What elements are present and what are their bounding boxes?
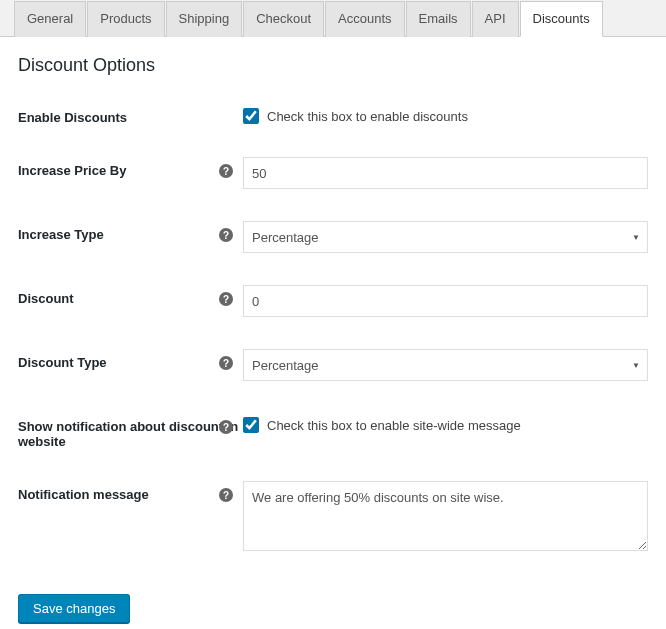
tab-accounts[interactable]: Accounts bbox=[325, 1, 404, 37]
tab-discounts[interactable]: Discounts bbox=[520, 1, 603, 37]
label-text: Enable Discounts bbox=[18, 110, 127, 125]
label-text: Show notification about discount in webs… bbox=[18, 419, 238, 449]
checkbox-label-enable-discounts: Check this box to enable discounts bbox=[267, 109, 468, 124]
label-text: Discount bbox=[18, 291, 74, 306]
row-show-notification: Show notification about discount in webs… bbox=[18, 413, 648, 449]
row-discount-type: Discount Type ? Percentage bbox=[18, 349, 648, 381]
label-text: Notification message bbox=[18, 487, 149, 502]
label-show-notification: Show notification about discount in webs… bbox=[18, 413, 243, 449]
label-increase-type: Increase Type ? bbox=[18, 221, 243, 242]
label-increase-price-by: Increase Price By ? bbox=[18, 157, 243, 178]
label-notification-message: Notification message ? bbox=[18, 481, 243, 502]
checkbox-enable-discounts[interactable] bbox=[243, 108, 259, 124]
help-icon[interactable]: ? bbox=[219, 164, 233, 178]
label-enable-discounts: Enable Discounts bbox=[18, 104, 243, 125]
checkbox-show-notification[interactable] bbox=[243, 417, 259, 433]
tab-emails[interactable]: Emails bbox=[406, 1, 471, 37]
checkbox-label-show-notification: Check this box to enable site-wide messa… bbox=[267, 418, 521, 433]
tab-shipping[interactable]: Shipping bbox=[166, 1, 243, 37]
tab-api[interactable]: API bbox=[472, 1, 519, 37]
textarea-notification-message[interactable] bbox=[243, 481, 648, 551]
label-text: Discount Type bbox=[18, 355, 107, 370]
label-discount-type: Discount Type ? bbox=[18, 349, 243, 370]
select-discount-type[interactable]: Percentage bbox=[243, 349, 648, 381]
row-increase-type: Increase Type ? Percentage bbox=[18, 221, 648, 253]
tab-checkout[interactable]: Checkout bbox=[243, 1, 324, 37]
select-increase-type[interactable]: Percentage bbox=[243, 221, 648, 253]
settings-tabs: General Products Shipping Checkout Accou… bbox=[0, 0, 666, 37]
help-icon[interactable]: ? bbox=[219, 228, 233, 242]
label-text: Increase Price By bbox=[18, 163, 126, 178]
tab-general[interactable]: General bbox=[14, 1, 86, 37]
help-icon[interactable]: ? bbox=[219, 356, 233, 370]
input-discount[interactable] bbox=[243, 285, 648, 317]
row-discount: Discount ? bbox=[18, 285, 648, 317]
tab-products[interactable]: Products bbox=[87, 1, 164, 37]
help-icon[interactable]: ? bbox=[219, 488, 233, 502]
label-text: Increase Type bbox=[18, 227, 104, 242]
save-changes-button[interactable]: Save changes bbox=[18, 594, 130, 623]
settings-panel: Discount Options Enable Discounts Check … bbox=[0, 55, 666, 623]
input-increase-price-by[interactable] bbox=[243, 157, 648, 189]
row-notification-message: Notification message ? bbox=[18, 481, 648, 554]
row-increase-price-by: Increase Price By ? bbox=[18, 157, 648, 189]
help-icon[interactable]: ? bbox=[219, 292, 233, 306]
page-heading: Discount Options bbox=[18, 55, 648, 76]
row-enable-discounts: Enable Discounts Check this box to enabl… bbox=[18, 104, 648, 125]
label-discount: Discount ? bbox=[18, 285, 243, 306]
